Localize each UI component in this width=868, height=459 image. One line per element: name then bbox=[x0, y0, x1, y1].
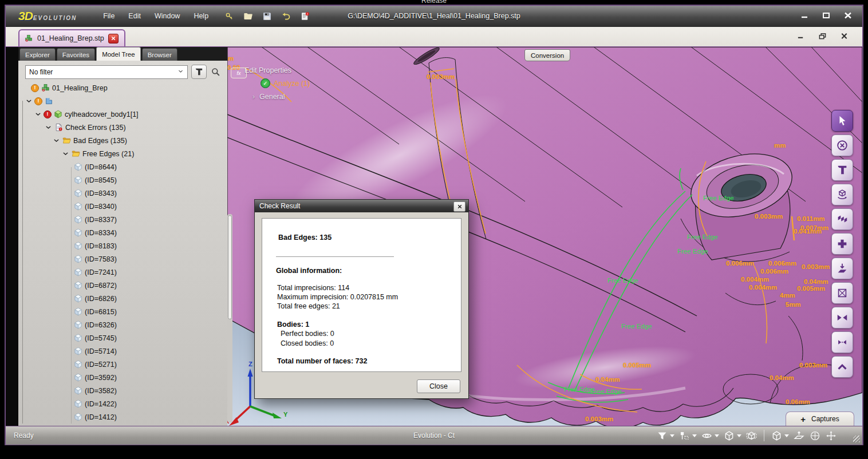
axis-y-label: Y bbox=[283, 411, 288, 418]
tree-item-id-8334[interactable]: (ID=8334) bbox=[18, 226, 227, 239]
dropdown-arrow-icon[interactable] bbox=[715, 434, 719, 437]
cube-icon[interactable] bbox=[771, 430, 789, 442]
close-icon[interactable] bbox=[842, 10, 854, 21]
deselect-circle-x-button[interactable] bbox=[831, 134, 853, 156]
tree-item-id-8343[interactable]: (ID=8343) bbox=[18, 187, 227, 200]
tree-item-id-5714[interactable]: (ID=5714) bbox=[18, 345, 227, 358]
minimize-icon[interactable] bbox=[798, 10, 811, 21]
tab-explorer[interactable]: Explorer bbox=[19, 48, 56, 61]
key-icon[interactable] bbox=[222, 10, 236, 22]
doc-minimize-icon[interactable] bbox=[795, 31, 806, 41]
tree-item-id-8545[interactable]: (ID=8545) bbox=[18, 173, 227, 187]
compare-arrows-button[interactable] bbox=[831, 331, 853, 353]
undo-icon[interactable] bbox=[279, 10, 293, 22]
maximize-icon[interactable] bbox=[820, 10, 833, 21]
analyze-label: Analyze (1) bbox=[274, 80, 310, 88]
tree-item-bad-edges-135[interactable]: Bad Edges (135) bbox=[18, 134, 227, 147]
resize-grip[interactable] bbox=[853, 436, 860, 442]
funnel-icon[interactable] bbox=[656, 430, 674, 442]
document-close-icon[interactable] bbox=[108, 34, 119, 43]
merge-edges-button[interactable] bbox=[831, 307, 853, 329]
measurement-label: mm bbox=[774, 142, 786, 149]
tree-item-id-6326[interactable]: (ID=6326) bbox=[18, 318, 227, 331]
menu-window[interactable]: Window bbox=[149, 10, 186, 22]
global-info-heading: Global information: bbox=[276, 267, 461, 275]
save-icon[interactable] bbox=[260, 10, 274, 22]
clip-cube-icon[interactable] bbox=[745, 430, 757, 442]
chevron-down-icon[interactable] bbox=[62, 150, 69, 157]
tree-item-id-6826[interactable]: (ID=6826) bbox=[18, 292, 227, 305]
dropdown-arrow-icon[interactable] bbox=[670, 434, 674, 437]
collapse-chevron-button[interactable] bbox=[831, 356, 853, 378]
doc-close-icon[interactable] bbox=[838, 31, 850, 41]
close-button[interactable]: Close bbox=[417, 379, 460, 393]
menu-file[interactable]: File bbox=[97, 10, 120, 22]
general-item[interactable]: › General bbox=[252, 93, 310, 101]
tree-item[interactable]: ! bbox=[18, 94, 227, 108]
report-icon[interactable] bbox=[298, 10, 311, 22]
tree-item-id-3592[interactable]: (ID=3592) bbox=[18, 371, 227, 384]
search-icon[interactable] bbox=[210, 66, 221, 77]
add-capture-icon[interactable]: + bbox=[800, 414, 806, 424]
bounding-box-button[interactable] bbox=[831, 282, 853, 304]
tree-item-label: (ID=1422) bbox=[85, 400, 117, 408]
filter-button[interactable] bbox=[191, 65, 207, 79]
tab-model-tree[interactable]: Model Tree bbox=[96, 47, 141, 61]
measurement-label: m bbox=[228, 55, 234, 62]
chevron-down-icon[interactable] bbox=[53, 137, 60, 144]
orbit-icon[interactable] bbox=[809, 430, 821, 442]
tree-item-id-5745[interactable]: (ID=5745) bbox=[18, 331, 227, 345]
document-tab[interactable]: 01_Healing_Brep.stp bbox=[18, 29, 125, 46]
conversion-tab[interactable]: Conversion bbox=[524, 49, 570, 61]
tree-item-id-7583[interactable]: (ID=7583) bbox=[18, 252, 227, 266]
open-folder-icon[interactable] bbox=[241, 10, 255, 22]
filter-combobox[interactable]: No filter bbox=[25, 65, 188, 79]
tree-item-id-8183[interactable]: (ID=8183) bbox=[18, 239, 227, 252]
dialog-titlebar[interactable]: Check Result bbox=[255, 200, 468, 212]
tree-item-check-errors-135[interactable]: Check Errors (135) bbox=[18, 121, 227, 134]
cube-icon[interactable] bbox=[723, 430, 741, 442]
dropdown-arrow-icon[interactable] bbox=[784, 434, 789, 437]
import-stamp-button[interactable] bbox=[831, 258, 853, 279]
chevron-down-icon[interactable] bbox=[45, 124, 52, 131]
dropdown-arrow-icon[interactable] bbox=[737, 434, 741, 437]
caliper-button[interactable] bbox=[831, 159, 853, 181]
tree-item-cylheadcover-body1-1[interactable]: !cylheadcover_body1[1] bbox=[18, 108, 227, 121]
tree-item-id-7241[interactable]: (ID=7241) bbox=[18, 266, 227, 279]
plane-arrow-icon[interactable] bbox=[793, 430, 805, 442]
tree-item-label: (ID=6826) bbox=[85, 295, 117, 303]
tree-item-id-3582[interactable]: (ID=3582) bbox=[18, 384, 227, 397]
tree-item-id-6815[interactable]: (ID=6815) bbox=[18, 305, 227, 318]
menu-edit[interactable]: Edit bbox=[123, 10, 147, 22]
menu-help[interactable]: Help bbox=[188, 10, 214, 22]
tree-item-id-6872[interactable]: (ID=6872) bbox=[18, 279, 227, 292]
tree-item-id-1412[interactable]: (ID=1412) bbox=[18, 410, 227, 424]
measurement-label: 0.003mm bbox=[799, 362, 827, 369]
captures-tab[interactable]: + Captures bbox=[786, 411, 854, 426]
add-plus-button[interactable] bbox=[831, 233, 853, 255]
analyze-item[interactable]: ✓ Analyze (1) bbox=[261, 78, 310, 88]
tree-item-01-healing-brep[interactable]: !01_Healing_Brep bbox=[18, 81, 227, 94]
select-cursor-button[interactable] bbox=[831, 110, 853, 132]
tree-item-id-1422[interactable]: (ID=1422) bbox=[18, 397, 227, 410]
viewport-scrollbar[interactable] bbox=[227, 214, 232, 422]
eye-icon[interactable] bbox=[701, 430, 719, 442]
tree-item-free-edges-21[interactable]: Free Edges (21) bbox=[18, 147, 227, 160]
scrollbar-thumb[interactable] bbox=[228, 215, 232, 319]
pin-icon[interactable] bbox=[678, 430, 697, 442]
explode-parts-button[interactable] bbox=[831, 208, 853, 230]
tab-favorites[interactable]: Favorites bbox=[57, 48, 95, 61]
tree-item-id-5271[interactable]: (ID=5271) bbox=[18, 358, 227, 371]
dialog-close-icon[interactable] bbox=[453, 201, 465, 212]
dropdown-arrow-icon[interactable] bbox=[692, 434, 697, 437]
doc-restore-icon[interactable] bbox=[816, 31, 828, 41]
chevron-down-icon[interactable] bbox=[25, 97, 33, 105]
tree-item-id-8340[interactable]: (ID=8340) bbox=[18, 200, 227, 213]
tab-browser[interactable]: Browser bbox=[142, 48, 177, 61]
pan-icon[interactable] bbox=[825, 430, 837, 442]
rotate-cube-button[interactable] bbox=[831, 184, 853, 205]
fx-badge[interactable]: fx bbox=[231, 68, 247, 78]
chevron-down-icon[interactable] bbox=[34, 110, 42, 118]
tree-item-id-8644[interactable]: (ID=8644) bbox=[18, 160, 227, 173]
tree-item-id-8337[interactable]: (ID=8337) bbox=[18, 213, 227, 226]
